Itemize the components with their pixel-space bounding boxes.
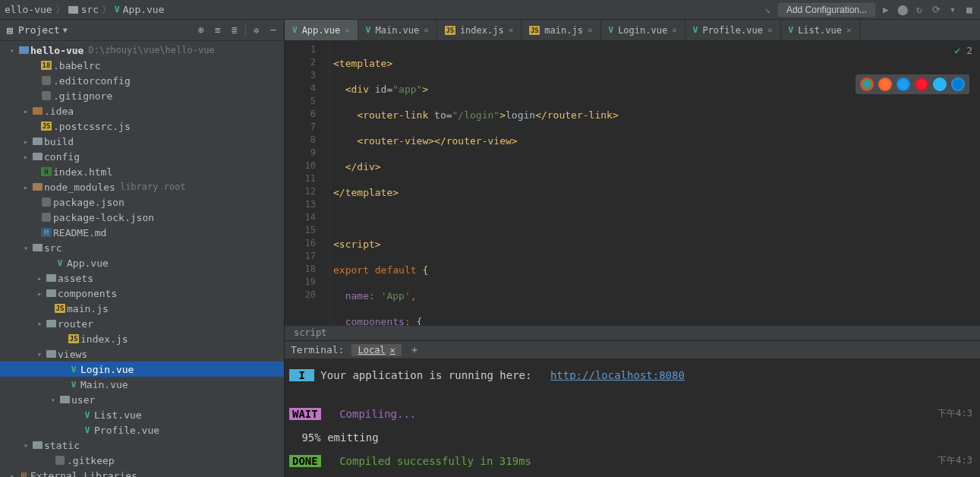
close-tab-icon[interactable]: ✕ [424,25,429,35]
tree-file-appvue[interactable]: ▸VApp.vue [0,255,284,270]
project-panel-title[interactable]: ▤ Project ▼ [5,24,68,36]
editor-tab[interactable]: VMain.vue✕ [358,20,437,40]
done-badge: DONE [289,455,321,467]
tree-file[interactable]: ▸JS.postcssrc.js [0,118,284,134]
close-tab-icon[interactable]: ✕ [509,25,514,35]
vue-icon: V [58,258,63,268]
add-configuration-button[interactable]: Add Configuration... [778,3,875,17]
close-tab-icon[interactable]: ✕ [588,25,593,35]
firefox-icon[interactable] [878,77,892,91]
breadcrumb-src[interactable]: src [68,4,99,15]
terminal-tab-local[interactable]: Local✕ [351,344,401,356]
tree-file[interactable]: ▸.gitignore [0,88,284,103]
gitignore-icon [42,91,51,100]
code-content[interactable]: <template> <div id="app"> <router-link t… [330,41,980,325]
js-icon: JS [68,334,79,343]
close-tab-icon[interactable]: ✕ [767,25,773,35]
tree-file[interactable]: ▸Hindex.html [0,164,284,179]
breadcrumb-file[interactable]: V App.vue [115,4,164,15]
stop-icon[interactable]: ■ [963,4,975,16]
tree-folder-views[interactable]: ▾views [0,346,284,362]
safari-icon[interactable] [896,77,910,91]
tree-folder-node-modules[interactable]: ▸node_moduleslibrary root [0,179,284,194]
tree-folder[interactable]: ▸components [0,286,284,301]
tree-file[interactable]: ▸.gitkeep [0,453,284,468]
edge-icon[interactable] [951,77,965,91]
tree-folder[interactable]: ▸build [0,134,284,149]
vue-icon: V [292,25,298,35]
editor-tab[interactable]: VList.vue✕ [781,20,860,40]
js-icon: JS [529,26,540,35]
editor-tab[interactable]: VProfile.vue✕ [685,20,781,40]
js-icon: JS [41,122,52,131]
editor-tab[interactable]: JSmain.js✕ [522,20,600,40]
vcs-icon[interactable]: ⟳ [930,4,942,16]
vue-icon: V [71,365,77,374]
tab-label: Profile.vue [702,25,762,36]
vue-icon: V [693,25,698,35]
close-tab-icon[interactable]: ✕ [345,25,350,35]
line-number-gutter: 1234567891011121314151617181920 [285,41,330,325]
tree-folder-src[interactable]: ▾src [0,240,284,255]
terminal-output[interactable]: I Your application is running here: http… [285,359,980,477]
tree-file[interactable]: ▸MREADME.md [0,225,284,240]
expand-icon[interactable]: ≡ [212,24,224,36]
tree-root[interactable]: ▾hello-vueD:\zhouyi\vue\hello-vue [0,43,284,58]
editor-tab[interactable]: JSindex.js✕ [437,20,522,40]
tree-file[interactable]: ▸VMain.vue [0,377,284,392]
tree-folder[interactable]: ▸config [0,149,284,164]
opera-icon[interactable] [915,77,928,91]
chrome-icon[interactable] [860,77,874,91]
tree-file[interactable]: ▸JSindex.js [0,331,284,346]
tree-file[interactable]: ▸VList.vue [0,407,284,422]
tree-folder-static[interactable]: ▾static [0,438,284,453]
json-icon [42,213,51,222]
ie-icon[interactable] [933,77,947,91]
tree-file[interactable]: ▸package-lock.json [0,210,284,225]
chevron-down-icon: ▼ [63,26,68,34]
collapse-icon[interactable]: ≣ [228,24,241,36]
inspection-status[interactable]: ✔ 2 [955,44,972,57]
tree-file[interactable]: ▸.editorconfig [0,73,284,88]
tree-file-loginvue[interactable]: ▸VLogin.vue [0,362,284,377]
breadcrumb-root[interactable]: ello-vue [5,4,52,15]
editor-tabs: VApp.vue✕VMain.vue✕JSindex.js✕JSmain.js✕… [285,20,980,41]
project-panel-header: ▤ Project ▼ ⊕ ≡ ≣ ✲ ─ [0,20,284,41]
hammer-icon[interactable]: ↘ [761,4,774,16]
debug-icon[interactable]: ⬤ [896,4,909,16]
close-tab-icon[interactable]: ✕ [846,25,852,35]
tree-file[interactable]: ▸VProfile.vue [0,422,284,438]
browser-preview-icons [856,74,969,94]
close-tab-icon[interactable]: ✕ [672,25,677,35]
vue-icon: V [85,410,90,420]
tree-folder-router[interactable]: ▾router [0,316,284,331]
tree-folder-user[interactable]: ▾user [0,392,284,407]
tab-label: App.vue [302,25,341,36]
editor-breadcrumb[interactable]: script [285,325,980,340]
tab-label: main.js [544,25,583,36]
tree-file[interactable]: ▸JSmain.js [0,301,284,316]
run-coverage-icon[interactable]: ↻ [913,4,925,16]
json-icon [42,197,51,207]
editor-tab[interactable]: VApp.vue✕ [285,20,358,40]
terminal-url-link[interactable]: http://localhost:8080 [550,369,685,381]
tree-external-libraries[interactable]: ▸ⅢExternal Libraries [0,468,284,477]
tree-file[interactable]: ▸18.babelrc [0,58,284,73]
tree-folder[interactable]: ▸assets [0,270,284,286]
tree-folder[interactable]: ▸.idea [0,103,284,118]
tree-file[interactable]: ▸package.json [0,194,284,210]
locate-icon[interactable]: ⊕ [195,24,207,36]
run-icon[interactable]: ▶ [880,4,892,16]
code-editor[interactable]: 1234567891011121314151617181920 <templat… [285,41,980,325]
breadcrumb[interactable]: ello-vue 〉 src 〉 V App.vue [5,3,165,17]
tab-label: Main.vue [375,25,419,36]
settings-icon[interactable]: ✲ [251,24,263,36]
editor-tab[interactable]: VLogin.vue✕ [601,20,685,40]
vue-icon: V [366,25,371,35]
project-tree[interactable]: ▾hello-vueD:\zhouyi\vue\hello-vue ▸18.ba… [0,41,284,477]
file-icon [55,456,65,465]
terminal-new-tab[interactable]: ＋ [409,343,420,357]
vcs2-icon[interactable]: ▾ [947,4,959,16]
close-icon[interactable]: ✕ [390,345,395,355]
hide-icon[interactable]: ─ [267,24,279,36]
